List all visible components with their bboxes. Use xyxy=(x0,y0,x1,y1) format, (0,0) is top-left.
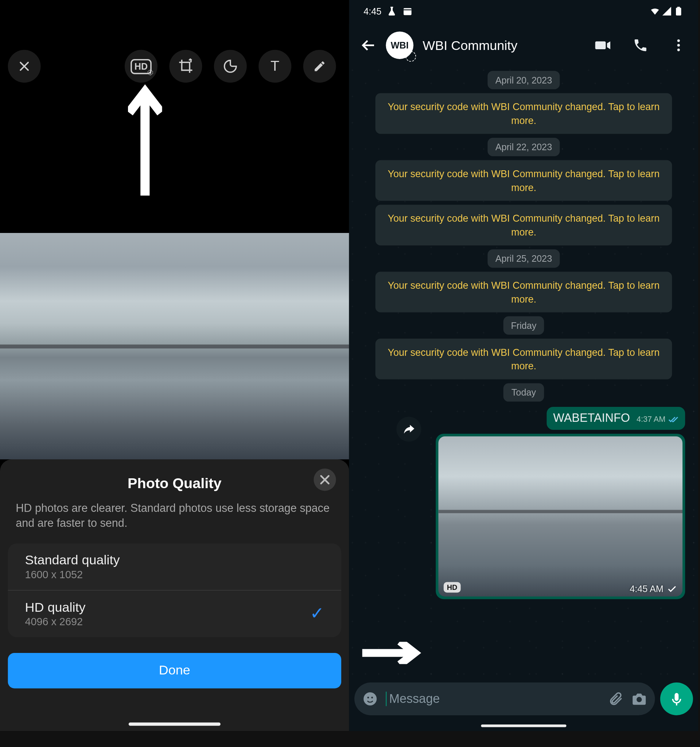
svg-point-4 xyxy=(677,39,680,42)
flask-icon xyxy=(387,6,398,17)
close-button[interactable] xyxy=(8,50,41,83)
message-text: WABETAINFO xyxy=(553,411,630,425)
checkmark-icon: ✓ xyxy=(310,604,325,624)
check-icon xyxy=(667,583,677,594)
svg-rect-3 xyxy=(677,7,680,8)
security-notice[interactable]: Your security code with WBI Community ch… xyxy=(375,272,672,312)
svg-point-10 xyxy=(637,697,642,702)
svg-point-8 xyxy=(367,697,369,699)
date-pill: April 25, 2023 xyxy=(487,250,560,268)
status-time: 4:45 xyxy=(363,6,381,17)
signal-icon xyxy=(661,6,672,17)
option-resolution: 1600 x 1052 xyxy=(25,569,324,581)
home-indicator xyxy=(129,723,221,726)
svg-rect-2 xyxy=(676,8,681,16)
chat-title[interactable]: WBI Community xyxy=(423,38,585,53)
photo-preview xyxy=(0,233,349,459)
message-placeholder: Message xyxy=(386,692,600,706)
hd-icon: HD xyxy=(131,59,151,74)
image-thumbnail xyxy=(438,436,682,596)
done-button[interactable]: Done xyxy=(8,653,341,688)
outgoing-text-bubble[interactable]: WABETAINFO4:37 AM xyxy=(546,407,685,430)
option-resolution: 4096 x 2692 xyxy=(25,616,324,628)
back-button[interactable] xyxy=(361,38,376,53)
sheet-title: Photo Quality xyxy=(0,475,349,492)
battery-icon xyxy=(673,6,684,17)
menu-button[interactable] xyxy=(671,38,686,53)
option-standard-quality[interactable]: Standard quality 1600 x 1052 xyxy=(8,543,341,590)
text-button[interactable]: T xyxy=(259,50,291,83)
media-editor-screen: HD T Photo Quality xyxy=(0,0,349,731)
annotation-arrow-right xyxy=(362,642,425,664)
draw-button[interactable] xyxy=(303,50,336,83)
avatar[interactable]: WBI xyxy=(386,31,413,59)
outgoing-image-bubble[interactable]: HD4:45 AM xyxy=(436,434,685,599)
message-input-box[interactable]: Message xyxy=(354,682,655,715)
message-list[interactable]: April 20, 2023Your security code with WB… xyxy=(349,67,698,680)
option-label: Standard quality xyxy=(25,552,324,567)
option-hd-quality[interactable]: HD quality 4096 x 2692 ✓ xyxy=(8,590,341,637)
hd-badge: HD xyxy=(444,582,461,593)
svg-point-6 xyxy=(677,48,680,51)
chat-screen: 4:45 WBI WBI Community April 20, 2023You… xyxy=(349,0,698,731)
status-bar: 4:45 xyxy=(349,0,698,20)
security-notice[interactable]: Your security code with WBI Community ch… xyxy=(375,339,672,380)
camera-icon[interactable] xyxy=(632,691,647,706)
date-pill: Today xyxy=(503,383,544,401)
quality-options: Standard quality 1600 x 1052 HD quality … xyxy=(8,543,341,637)
photo-quality-sheet: Photo Quality HD photos are clearer. Sta… xyxy=(0,459,349,731)
text-icon: T xyxy=(271,57,279,75)
security-notice[interactable]: Your security code with WBI Community ch… xyxy=(375,205,672,246)
sticker-button[interactable] xyxy=(214,50,247,83)
security-notice[interactable]: Your security code with WBI Community ch… xyxy=(375,93,672,134)
editor-toolbar: HD T xyxy=(0,50,349,83)
attach-icon[interactable] xyxy=(608,691,623,706)
security-notice[interactable]: Your security code with WBI Community ch… xyxy=(375,160,672,201)
sheet-description: HD photos are clearer. Standard photos u… xyxy=(0,492,349,532)
wifi-icon xyxy=(650,6,660,17)
option-label: HD quality xyxy=(25,600,324,615)
sheet-close-button[interactable] xyxy=(313,469,336,491)
calendar-icon xyxy=(402,6,413,17)
input-bar: Message xyxy=(349,676,698,731)
hd-quality-button[interactable]: HD xyxy=(125,50,157,83)
message-time: 4:45 AM xyxy=(630,583,663,594)
date-pill: April 20, 2023 xyxy=(487,71,560,89)
svg-point-0 xyxy=(149,71,151,73)
forward-button[interactable] xyxy=(396,417,421,442)
emoji-icon[interactable] xyxy=(362,691,378,706)
date-pill: Friday xyxy=(503,316,544,335)
message-time: 4:37 AM xyxy=(637,415,665,424)
svg-point-9 xyxy=(371,697,373,699)
crop-rotate-button[interactable] xyxy=(169,50,202,83)
voice-call-button[interactable] xyxy=(632,38,648,53)
chat-header: WBI WBI Community xyxy=(349,24,698,67)
date-pill: April 22, 2023 xyxy=(487,138,560,156)
video-call-button[interactable] xyxy=(595,38,610,53)
mic-button[interactable] xyxy=(660,682,693,715)
svg-point-7 xyxy=(363,692,376,705)
svg-rect-1 xyxy=(404,8,411,15)
annotation-arrow-up xyxy=(128,84,162,195)
home-indicator xyxy=(481,724,566,727)
double-check-icon xyxy=(668,414,679,425)
svg-point-5 xyxy=(677,44,680,47)
